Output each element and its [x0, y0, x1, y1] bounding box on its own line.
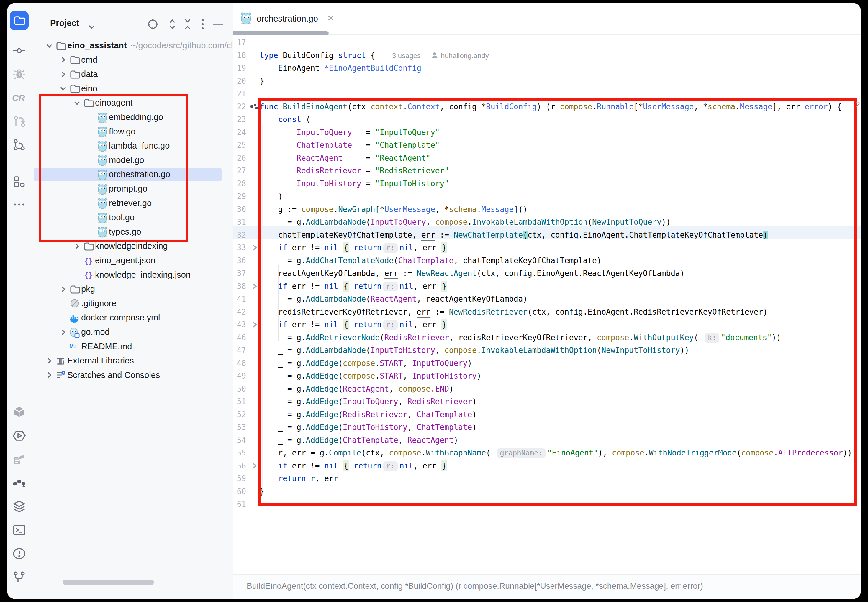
tree-item-scratches-and-consoles[interactable]: Scratches and Consoles	[31, 368, 233, 382]
tree-item-tool-go[interactable]: tool.go	[31, 210, 233, 225]
project-horizontal-scrollbar[interactable]	[63, 580, 154, 585]
chevron-down-icon[interactable]	[72, 98, 82, 108]
tree-item-orchestration-go[interactable]: orchestration.go	[31, 167, 233, 181]
tree-item-go-mod[interactable]: go.mod	[31, 325, 233, 339]
line-number: 59	[233, 472, 246, 485]
code-vision-icon[interactable]	[248, 100, 260, 113]
tree-item-knowledge-indexing-json[interactable]: {}knowledge_indexing.json	[31, 268, 233, 282]
tree-item-eino-assistant[interactable]: eino_assistant~/gocode/src/github.com/cl	[31, 38, 233, 53]
line-number: 41	[233, 292, 246, 306]
collapse-all-icon[interactable]	[180, 17, 195, 31]
tree-item-label: data	[81, 69, 98, 79]
tree-item-types-go[interactable]: types.go	[31, 225, 233, 239]
run-hexagon-icon[interactable]	[7, 427, 31, 444]
svg-text:{}: {}	[84, 257, 92, 265]
code-line-18: 18type BuildConfig struct { 3 usageshuha…	[233, 49, 861, 62]
tab-scrollbar[interactable]	[233, 31, 329, 35]
line-number: 43	[233, 318, 246, 331]
debug-bug-icon[interactable]	[7, 66, 31, 83]
profiler-icon[interactable]	[7, 475, 31, 491]
code-text: _ = g.AddEdge(compose.START, InputToHist…	[260, 369, 481, 382]
close-icon[interactable]	[326, 13, 336, 24]
terminal-icon[interactable]	[7, 522, 31, 538]
chevron-right-icon[interactable]	[58, 327, 68, 337]
pull-request-icon[interactable]	[7, 113, 31, 130]
chevron-right-icon[interactable]	[58, 69, 68, 79]
editor-area[interactable]: 1718type BuildConfig struct { 3 usageshu…	[233, 3, 861, 599]
tree-item-docker-compose-yml[interactable]: docker-compose.yml	[31, 310, 233, 325]
package-icon[interactable]	[7, 404, 31, 421]
code-text: if err != nil { returnr:nil, err }	[260, 318, 447, 331]
project-folder-icon[interactable]	[7, 11, 31, 28]
chevron-right-icon[interactable]	[58, 284, 68, 294]
tree-item-knowledgeindexing[interactable]: knowledgeindexing	[31, 239, 233, 253]
tree-item-flow-go[interactable]: flow.go	[31, 124, 233, 139]
tree-item-readme-md[interactable]: M↓README.md	[31, 339, 233, 354]
line-number: 17	[233, 36, 246, 49]
code-line-29: 29 )	[233, 190, 861, 203]
tree-item-prompt-go[interactable]: prompt.go	[31, 181, 233, 196]
code-line-52: 52 _ = g.AddEdge(RedisRetriever, ChatTem…	[233, 408, 861, 421]
kebab-icon[interactable]	[195, 17, 210, 31]
project-panel-title[interactable]: Project	[50, 18, 79, 28]
tree-item-embedding-go[interactable]: embedding.go	[31, 110, 233, 124]
chevron-right-icon[interactable]	[58, 55, 68, 65]
chevron-down-icon[interactable]	[44, 41, 54, 51]
tree-item-data[interactable]: data	[31, 67, 233, 81]
code-line-20: 20}	[233, 75, 861, 88]
tree-item-eino[interactable]: eino	[31, 81, 233, 96]
inlay-hint: r:	[383, 243, 398, 253]
tree-item--gitignore[interactable]: .gitignore	[31, 296, 233, 311]
function-signature-breadcrumb[interactable]: BuildEinoAgent(ctx context.Context, conf…	[247, 581, 703, 591]
code-review-icon[interactable]: CR	[7, 90, 31, 106]
code-text: type BuildConfig struct { 3 usageshuhail…	[260, 49, 489, 62]
editor-breadcrumb-bar: BuildEinoAgent(ctx context.Context, conf…	[233, 574, 861, 599]
code-text: InputToHistory = "InputToHistory"	[260, 177, 449, 190]
fold-chevron-icon[interactable]	[248, 280, 260, 293]
editor-tab-bar: orchestration.go	[233, 3, 861, 35]
chevron-down-icon[interactable]	[87, 22, 97, 33]
tree-item-eino-agent-json[interactable]: {}eino_agent.json	[31, 253, 233, 268]
line-number: 46	[233, 331, 246, 344]
more-icon[interactable]	[7, 197, 31, 213]
code-line-43: 43 if err != nil { returnr:nil, err }	[233, 318, 861, 331]
line-number: 54	[233, 434, 246, 447]
fold-chevron-icon[interactable]	[248, 318, 260, 331]
line-number: 32	[233, 229, 246, 241]
tree-item-lambda-func-go[interactable]: lambda_func.go	[31, 138, 233, 153]
locate-icon[interactable]	[146, 17, 160, 31]
chevron-right-icon[interactable]	[44, 356, 54, 366]
usages-code-vision[interactable]: 3 usages	[392, 52, 421, 60]
code-line-51: 51 _ = g.AddEdge(InputToQuery, RedisRetr…	[233, 395, 861, 408]
fold-chevron-icon[interactable]	[248, 459, 260, 472]
tree-item-external-libraries[interactable]: External Libraries	[31, 353, 233, 368]
code-line-32: 32 chatTemplateKeyOfChatTemplate, err :=…	[233, 229, 861, 241]
tree-item-einoagent[interactable]: einoagent	[31, 95, 233, 110]
branch-graph-icon[interactable]	[7, 137, 31, 153]
commit-icon[interactable]	[7, 43, 31, 59]
bookmark-doc-icon[interactable]	[7, 451, 31, 468]
tree-item-label: types.go	[109, 227, 141, 237]
code-text: _ = g.AddEdge(InputToQuery, RedisRetriev…	[260, 395, 477, 408]
minimize-icon[interactable]	[211, 17, 225, 31]
code-text: const (	[260, 113, 310, 126]
tree-item-label: External Libraries	[67, 356, 134, 366]
inlay-hint: r:	[383, 282, 398, 291]
services-layers-icon[interactable]	[7, 498, 31, 515]
expand-all-icon[interactable]	[165, 17, 179, 31]
version-fork-icon[interactable]	[7, 569, 31, 585]
tree-item-pkg[interactable]: pkg	[31, 282, 233, 296]
fold-chevron-icon[interactable]	[248, 241, 260, 254]
tree-item-model-go[interactable]: model.go	[31, 153, 233, 167]
tree-item-retriever-go[interactable]: retriever.go	[31, 196, 233, 210]
structure-icon[interactable]	[7, 174, 31, 190]
line-number: 27	[233, 164, 246, 177]
chevron-right-icon[interactable]	[44, 370, 54, 380]
problems-icon[interactable]	[7, 545, 31, 562]
gopher-file-icon	[240, 11, 252, 26]
chevron-right-icon[interactable]	[72, 241, 82, 251]
tree-item-cmd[interactable]: cmd	[31, 53, 233, 67]
code-line-19: 19 EinoAgent *EinoAgentBuildConfig	[233, 61, 861, 75]
chevron-down-icon[interactable]	[58, 83, 68, 94]
tab-orchestration-go[interactable]: orchestration.go	[240, 8, 336, 29]
